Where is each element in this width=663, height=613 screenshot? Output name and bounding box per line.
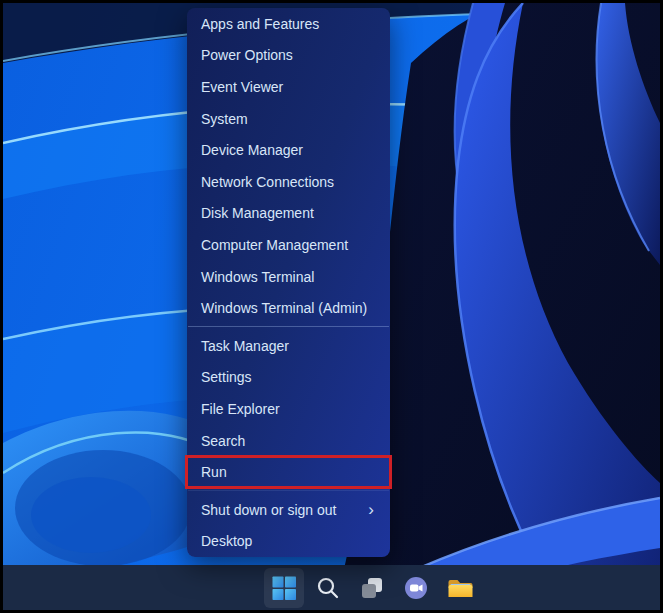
menu-item-label: Windows Terminal (201, 269, 314, 285)
start-button[interactable] (264, 568, 304, 608)
menu-item-search[interactable]: Search (187, 425, 390, 457)
desktop-screen: Apps and Features Power Options Event Vi… (0, 0, 663, 613)
menu-item-disk-management[interactable]: Disk Management (187, 198, 390, 230)
menu-item-desktop[interactable]: Desktop (187, 526, 390, 558)
taskbar (3, 565, 660, 610)
menu-item-shut-down-or-sign-out[interactable]: Shut down or sign out › (187, 494, 390, 526)
chat-video-icon (403, 575, 429, 601)
menu-item-label: Search (201, 433, 245, 449)
menu-item-label: Task Manager (201, 338, 289, 354)
menu-item-label: Windows Terminal (Admin) (201, 300, 367, 316)
menu-item-label: Run (201, 464, 227, 480)
menu-item-label: System (201, 111, 248, 127)
menu-item-label: Settings (201, 369, 252, 385)
menu-item-label: Disk Management (201, 205, 314, 221)
chat-button[interactable] (396, 568, 436, 608)
menu-item-label: Desktop (201, 533, 252, 549)
menu-item-apps-and-features[interactable]: Apps and Features (187, 8, 390, 40)
menu-item-label: Device Manager (201, 142, 303, 158)
menu-item-device-manager[interactable]: Device Manager (187, 134, 390, 166)
task-view-button[interactable] (352, 568, 392, 608)
windows-logo-icon (272, 576, 296, 600)
menu-item-label: Computer Management (201, 237, 348, 253)
menu-item-task-manager[interactable]: Task Manager (187, 330, 390, 362)
menu-item-settings[interactable]: Settings (187, 362, 390, 394)
search-button[interactable] (308, 568, 348, 608)
menu-item-label: Event Viewer (201, 79, 283, 95)
menu-item-file-explorer[interactable]: File Explorer (187, 393, 390, 425)
menu-item-system[interactable]: System (187, 103, 390, 135)
winx-context-menu: Apps and Features Power Options Event Vi… (187, 8, 390, 557)
taskbar-icons (264, 565, 480, 610)
menu-item-event-viewer[interactable]: Event Viewer (187, 71, 390, 103)
menu-item-computer-management[interactable]: Computer Management (187, 229, 390, 261)
task-view-icon (359, 575, 385, 601)
submenu-chevron-icon: › (368, 501, 374, 518)
menu-item-label: Shut down or sign out (201, 502, 336, 518)
menu-item-power-options[interactable]: Power Options (187, 40, 390, 72)
menu-item-label: File Explorer (201, 401, 280, 417)
menu-item-windows-terminal-admin[interactable]: Windows Terminal (Admin) (187, 292, 390, 324)
file-explorer-button[interactable] (440, 568, 480, 608)
menu-item-label: Apps and Features (201, 16, 319, 32)
folder-icon (447, 576, 474, 600)
search-icon (316, 576, 340, 600)
menu-item-network-connections[interactable]: Network Connections (187, 166, 390, 198)
menu-item-label: Power Options (201, 47, 293, 63)
menu-item-label: Network Connections (201, 174, 334, 190)
menu-item-run[interactable]: Run (187, 456, 390, 488)
menu-item-windows-terminal[interactable]: Windows Terminal (187, 261, 390, 293)
